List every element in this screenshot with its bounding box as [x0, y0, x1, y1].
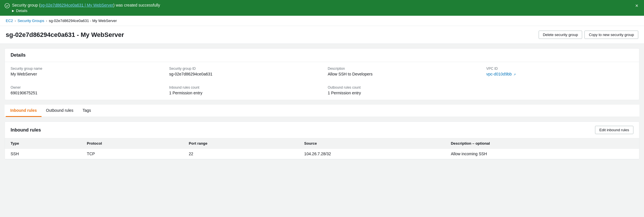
table-row: SSH TCP 22 104.26.7.28/32 Allow incoming… — [5, 149, 639, 159]
col-description: Description – optional — [445, 138, 639, 149]
breadcrumb-current: sg-02e7d86294ce0a631 - My WebServer — [49, 19, 117, 23]
breadcrumb-sep-1: › — [15, 19, 16, 23]
detail-owner: Owner 690190675251 — [5, 81, 164, 100]
cell-protocol: TCP — [81, 149, 183, 159]
cell-port-range: 22 — [183, 149, 298, 159]
copy-security-group-button[interactable]: Copy to new security group — [584, 31, 638, 39]
success-icon — [5, 3, 10, 8]
tab-tags[interactable]: Tags — [78, 105, 96, 117]
banner-details-toggle[interactable]: ▶ Details — [12, 9, 160, 13]
edit-inbound-rules-button[interactable]: Edit inbound rules — [595, 126, 633, 134]
detail-inbound-count: Inbound rules count 1 Permission entry — [164, 81, 322, 100]
table-header-row: Type Protocol Port range Source Descript… — [5, 138, 639, 149]
banner-sg-link[interactable]: sg-02e7d86294ce0a631 | My WebServer — [40, 3, 113, 7]
col-source: Source — [298, 138, 445, 149]
breadcrumb-security-groups-link[interactable]: Security Groups — [17, 19, 44, 23]
header-actions: Delete security group Copy to new securi… — [539, 31, 638, 39]
detail-sg-id: Security group ID sg-02e7d86294ce0a631 — [164, 62, 322, 81]
col-port-range: Port range — [183, 138, 298, 149]
detail-sg-name: Security group name My WebServer — [5, 62, 164, 81]
detail-empty — [480, 81, 639, 100]
vpc-id-link[interactable]: vpc-d010d9bb ↗ — [486, 72, 516, 76]
delete-security-group-button[interactable]: Delete security group — [539, 31, 582, 39]
detail-description: Description Allow SSH to Developers — [322, 62, 481, 81]
details-card: Details Security group name My WebServer… — [5, 48, 639, 100]
breadcrumb: EC2 › Security Groups › sg-02e7d86294ce0… — [0, 16, 644, 26]
breadcrumb-sep-2: › — [46, 19, 47, 23]
banner-close-button[interactable]: × — [634, 3, 639, 9]
details-card-header: Details — [5, 49, 639, 62]
details-arrow-icon: ▶ — [12, 9, 14, 12]
detail-outbound-count: Outbound rules count 1 Permission entry — [322, 81, 481, 100]
cell-description: Allow incoming SSH — [445, 149, 639, 159]
inbound-rules-table: Type Protocol Port range Source Descript… — [5, 138, 639, 159]
cell-type: SSH — [5, 149, 81, 159]
external-link-icon: ↗ — [513, 73, 516, 76]
success-banner: Security group (sg-02e7d86294ce0a631 | M… — [0, 0, 644, 16]
tabs: Inbound rules Outbound rules Tags — [5, 105, 639, 117]
page-title: sg-02e7d86294ce0a631 - My WebServer — [6, 31, 124, 39]
inbound-rules-section: Inbound rules Edit inbound rules Type Pr… — [5, 122, 639, 160]
svg-point-0 — [5, 3, 9, 8]
banner-message: Security group (sg-02e7d86294ce0a631 | M… — [12, 3, 160, 7]
cell-source: 104.26.7.28/32 — [298, 149, 445, 159]
banner-details-label: Details — [16, 9, 27, 13]
rules-header: Inbound rules Edit inbound rules — [5, 122, 639, 138]
detail-vpc-id: VPC ID vpc-d010d9bb ↗ — [480, 62, 639, 81]
tab-outbound-rules[interactable]: Outbound rules — [42, 105, 78, 117]
tab-inbound-rules[interactable]: Inbound rules — [6, 105, 42, 117]
col-type: Type — [5, 138, 81, 149]
tabs-container: Inbound rules Outbound rules Tags — [5, 105, 639, 117]
inbound-rules-title: Inbound rules — [11, 128, 41, 133]
details-grid: Security group name My WebServer Securit… — [5, 62, 639, 100]
page-header: sg-02e7d86294ce0a631 - My WebServer Dele… — [0, 26, 644, 44]
col-protocol: Protocol — [81, 138, 183, 149]
breadcrumb-ec2-link[interactable]: EC2 — [6, 19, 13, 23]
